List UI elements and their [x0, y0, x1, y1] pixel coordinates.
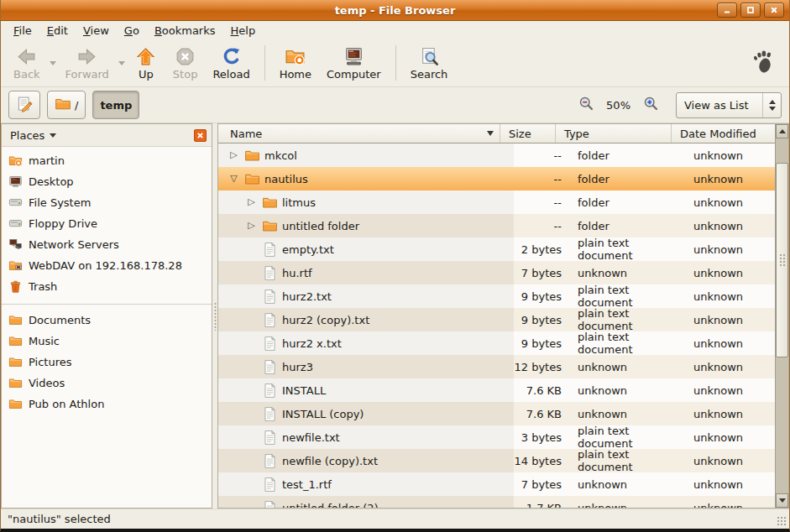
column-header-date-modified[interactable]: Date Modified: [672, 124, 775, 143]
file-name-cell: ▷litmus: [218, 190, 514, 214]
view-selector-stepper[interactable]: [762, 93, 781, 117]
titlebar[interactable]: temp - File Browser: [1, 0, 789, 21]
home-label: Home: [280, 68, 311, 81]
file-name: INSTALL (copy): [282, 408, 364, 420]
file-date-modified: unknown: [685, 143, 788, 167]
menu-bookmarks[interactable]: Bookmarks: [147, 23, 223, 39]
file-date-modified: unknown: [685, 378, 788, 402]
zoom-out-button[interactable]: [576, 95, 596, 115]
search-button[interactable]: Search: [403, 42, 456, 84]
root-path-button[interactable]: /: [47, 91, 86, 119]
file-name: untitled folder: [282, 220, 359, 232]
file-row[interactable]: test_1.rtf7 bytesunknownunknown: [218, 472, 788, 496]
file-type: unknown: [569, 402, 685, 425]
resize-grip[interactable]: [776, 515, 787, 526]
menu-go[interactable]: Go: [117, 23, 147, 39]
file-row[interactable]: INSTALL (copy)7.6 KBunknownunknown: [218, 402, 788, 425]
places-selector[interactable]: Places: [10, 129, 56, 142]
drive-icon: [8, 216, 23, 231]
file-row[interactable]: ▷litmus--folderunknown: [218, 190, 788, 214]
expander-collapsed-icon[interactable]: ▷: [245, 214, 258, 237]
sidebar-separator: [2, 297, 212, 305]
text-file-icon: [262, 336, 278, 352]
file-size: 14 bytes: [514, 449, 569, 472]
menu-file[interactable]: File: [6, 23, 39, 39]
file-name: untitled folder (2): [282, 502, 379, 509]
view-selector-value: View as List: [677, 99, 762, 112]
sidebar-item-file-system[interactable]: File System: [2, 192, 212, 213]
file-name-cell: test_1.rtf: [218, 472, 514, 496]
expander-expanded-icon[interactable]: ▽: [228, 167, 240, 190]
places-dropdown-icon: [50, 133, 56, 138]
file-row[interactable]: INSTALL7.6 KBunknownunknown: [218, 378, 788, 402]
scrollbar-thumb[interactable]: [776, 163, 788, 357]
file-row[interactable]: ▷untitled folder--folderunknown: [218, 214, 788, 237]
forward-arrow-icon: [76, 46, 97, 67]
vertical-scrollbar[interactable]: [775, 124, 788, 508]
column-header-type[interactable]: Type: [556, 124, 672, 143]
sidebar-item-martin[interactable]: martin: [2, 150, 212, 171]
home-button[interactable]: Home: [272, 42, 319, 84]
up-button[interactable]: Up: [127, 42, 165, 84]
sidebar-item-label: WebDAV on 192.168.178.28: [29, 259, 182, 272]
edit-location-button[interactable]: [8, 91, 40, 119]
menu-view[interactable]: View: [76, 23, 117, 39]
sidebar-item-music[interactable]: Music: [2, 331, 212, 352]
expander-collapsed-icon[interactable]: ▷: [228, 143, 240, 167]
close-sidebar-button[interactable]: [194, 129, 207, 142]
column-header-name-label: Name: [230, 128, 262, 140]
file-row[interactable]: empty.txt2 bytesplain text documentunkno…: [218, 237, 788, 261]
sidebar-item-pub-on-athlon[interactable]: Pub on Athlon: [2, 394, 212, 415]
file-row[interactable]: hu.rtf7 bytesunknownunknown: [218, 261, 788, 284]
file-type: folder: [569, 143, 685, 167]
current-folder-button[interactable]: temp: [92, 91, 139, 119]
file-row[interactable]: ▽nautilus--folderunknown: [218, 167, 788, 190]
sidebar-item-desktop[interactable]: Desktop: [2, 171, 212, 192]
file-date-modified: unknown: [685, 190, 788, 214]
folder-icon: [8, 376, 23, 390]
sidebar-item-floppy-drive[interactable]: Floppy Drive: [2, 213, 212, 234]
file-row[interactable]: newfile (copy).txt14 bytesplain text doc…: [218, 449, 788, 472]
zoom-in-button[interactable]: [641, 95, 661, 115]
file-row[interactable]: hurz2 x.txt9 bytesplain text documentunk…: [218, 331, 788, 355]
reload-label: Reload: [212, 68, 249, 81]
file-name-cell: INSTALL (copy): [218, 402, 514, 425]
view-selector[interactable]: View as List: [676, 92, 782, 118]
file-type: folder: [569, 190, 685, 214]
file-name: hurz3: [282, 361, 313, 373]
file-size: 9 bytes: [514, 284, 569, 308]
column-header-name[interactable]: Name: [218, 124, 500, 143]
scroll-up-button[interactable]: [776, 124, 788, 138]
column-header-size-label: Size: [509, 128, 531, 140]
places-list: martinDesktopFile SystemFloppy DriveNetw…: [2, 147, 212, 415]
computer-button[interactable]: Computer: [319, 42, 389, 84]
file-row[interactable]: newfile.txt3 bytesplain text documentunk…: [218, 425, 788, 449]
menu-help[interactable]: Help: [223, 23, 264, 39]
home-folder-icon: [285, 46, 306, 67]
reload-button[interactable]: Reload: [205, 42, 257, 84]
file-row[interactable]: ▷mkcol--folderunknown: [218, 143, 788, 167]
sidebar-item-trash[interactable]: Trash: [2, 276, 212, 297]
menu-edit[interactable]: Edit: [39, 23, 76, 39]
text-file-icon: [262, 477, 278, 493]
sidebar-item-pictures[interactable]: Pictures: [2, 352, 212, 373]
location-bar: / temp 50% View as List: [1, 87, 789, 123]
file-row[interactable]: hurz2 (copy).txt9 bytesplain text docume…: [218, 308, 788, 331]
file-row[interactable]: hurz2.txt9 bytesplain text documentunkno…: [218, 284, 788, 308]
back-label: Back: [13, 68, 40, 81]
column-header-size[interactable]: Size: [500, 124, 556, 143]
file-row[interactable]: hurz312 bytesunknownunknown: [218, 355, 788, 378]
sidebar-item-documents[interactable]: Documents: [2, 310, 212, 331]
folder-icon: [8, 355, 23, 369]
file-row[interactable]: untitled folder (2)1.7 KBunknownunknown: [218, 496, 788, 509]
file-list-rows: ▷mkcol--folderunknown▽nautilus--folderun…: [218, 143, 788, 509]
file-name: hurz2 x.txt: [282, 337, 342, 350]
sidebar-item-network-servers[interactable]: Network Servers: [2, 234, 212, 255]
file-browser-window: temp - File Browser FileEditViewGoBookma…: [0, 0, 790, 532]
sidebar-item-videos[interactable]: Videos: [2, 373, 212, 394]
sidebar-item-webdav-on-192-168-178-28[interactable]: WebDAV on 192.168.178.28: [2, 255, 212, 276]
scroll-down-button[interactable]: [776, 493, 788, 508]
computer-icon: [343, 46, 364, 67]
expander-collapsed-icon[interactable]: ▷: [245, 190, 258, 214]
file-date-modified: unknown: [685, 237, 788, 261]
